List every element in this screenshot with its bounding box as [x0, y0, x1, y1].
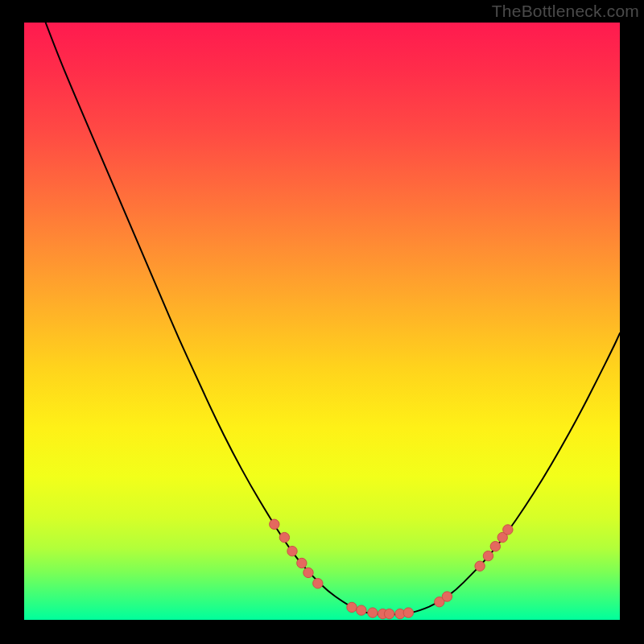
data-marker	[384, 609, 394, 618]
data-marker	[490, 542, 500, 551]
data-marker	[270, 519, 279, 529]
bottleneck-curve	[46, 23, 620, 614]
data-marker	[297, 558, 307, 568]
plot-area	[24, 23, 620, 620]
data-marker	[357, 605, 366, 615]
data-marker	[475, 561, 485, 571]
data-marker	[347, 602, 357, 612]
data-marker	[503, 525, 513, 535]
data-marker	[368, 608, 378, 617]
watermark-text: TheBottleneck.com	[492, 2, 639, 21]
data-marker	[403, 608, 413, 617]
chart-frame: TheBottleneck.com	[0, 0, 644, 644]
data-marker	[303, 568, 313, 577]
data-marker	[442, 592, 452, 601]
data-marker	[279, 532, 289, 542]
data-marker	[287, 546, 297, 555]
data-marker	[313, 579, 323, 588]
data-marker	[483, 551, 493, 560]
chart-svg	[24, 23, 620, 620]
